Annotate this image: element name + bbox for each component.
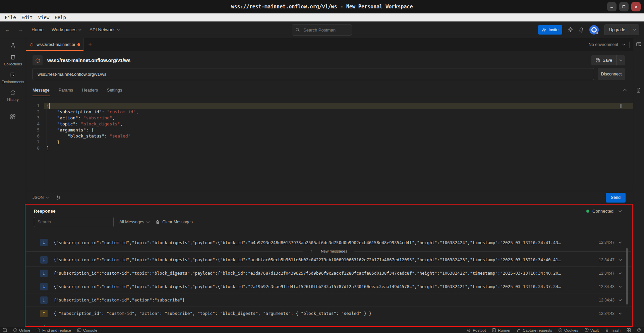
upgrade-button[interactable]: Upgrade <box>604 24 639 35</box>
message-row[interactable]: ↓{"subscription_id":"custom-id","topic":… <box>25 280 632 293</box>
close-button[interactable] <box>631 2 641 11</box>
sidebar-item-label: Collections <box>4 62 22 66</box>
statusbar-cookies[interactable]: Cookies <box>558 328 578 332</box>
tab-headers[interactable]: Headers <box>82 84 98 96</box>
arrow-down-icon: ↓ <box>40 239 48 246</box>
sidebar-item-environments[interactable]: Environments <box>2 72 24 84</box>
global-search[interactable] <box>292 24 352 36</box>
code-line[interactable]: 2 "subscription_id": "custom-id", <box>26 109 633 115</box>
code-line[interactable]: 6 "block_status": "sealed" <box>26 133 633 139</box>
collapse-editor-button[interactable] <box>623 84 627 96</box>
menu-edit[interactable]: Edit <box>19 15 36 20</box>
save-button[interactable]: Save <box>591 55 625 65</box>
chevron-down-icon[interactable] <box>619 210 622 212</box>
sidebar-item-account[interactable] <box>10 42 16 48</box>
documentation-button[interactable] <box>636 88 641 93</box>
statusbar-trash[interactable]: Trash <box>605 328 621 332</box>
code-line[interactable]: 7 } <box>26 139 633 145</box>
code-line[interactable]: 8} <box>26 145 633 151</box>
clear-messages-button[interactable]: Clear Messages <box>155 220 192 224</box>
account-avatar[interactable] <box>589 25 599 35</box>
message-row[interactable]: ✓ <box>25 320 632 326</box>
tab-message[interactable]: Message <box>33 84 50 96</box>
history-icon <box>10 90 16 96</box>
statusbar-label: Online <box>19 328 30 332</box>
statusbar-console[interactable]: Console <box>77 328 97 332</box>
statusbar-online[interactable]: Online <box>13 328 30 332</box>
send-button[interactable]: Send <box>606 193 626 203</box>
message-editor[interactable]: 1{2 "subscription_id": "custom-id",3 "ac… <box>26 96 633 191</box>
sidebar-toggle-button[interactable] <box>3 328 7 332</box>
message-row[interactable]: ↓{"subscription_id":"custom-id","topic":… <box>25 253 632 267</box>
code-line[interactable]: 4 "topic": "block_digests", <box>26 121 633 127</box>
message-list: ↓{"subscription_id":"custom-id","topic":… <box>25 236 632 326</box>
workspace-body: Collections Environments History wss://r <box>0 38 644 327</box>
statusbar-vault[interactable]: Vault <box>584 328 599 332</box>
sidebar-item-more-modules[interactable] <box>10 114 16 120</box>
message-row[interactable]: ↓{"subscription_id":"custom-id","topic":… <box>25 267 632 280</box>
code-line[interactable]: 5 "arguments": { <box>26 127 633 133</box>
message-filter-dropdown[interactable]: All Messages <box>119 220 150 224</box>
new-tab-button[interactable]: + <box>88 42 92 48</box>
avatar-logo <box>591 27 597 33</box>
disconnect-button[interactable]: Disconnect <box>598 68 625 80</box>
statusbar-postbot[interactable]: Postbot <box>467 328 486 332</box>
environment-value[interactable]: No environment <box>589 42 618 47</box>
beautify-button[interactable] <box>56 195 61 200</box>
panes-button[interactable] <box>627 328 631 332</box>
open-request-tab[interactable]: wss://rest-mainnet.onflo <box>26 38 84 51</box>
menubar: FileEditViewHelp <box>0 13 644 21</box>
nav-workspaces[interactable]: Workspaces <box>52 27 81 32</box>
environment-quick-look-button[interactable] <box>636 42 642 47</box>
chevron-down-icon[interactable] <box>619 313 622 315</box>
settings-gear-button[interactable] <box>568 27 573 33</box>
upgrade-dropdown[interactable] <box>630 25 639 35</box>
statusbar-find-and-replace[interactable]: Find and replace <box>36 328 71 332</box>
maximize-button[interactable] <box>619 2 629 11</box>
chevron-down-icon[interactable] <box>619 241 622 243</box>
nav-home[interactable]: Home <box>32 27 44 32</box>
statusbar-left: OnlineFind and replaceConsole <box>3 328 97 332</box>
sidebar-item-collections[interactable]: Collections <box>4 54 22 66</box>
save-main[interactable]: Save <box>591 55 617 65</box>
notifications-button[interactable] <box>579 27 584 33</box>
sidebar-item-history[interactable]: History <box>7 90 18 102</box>
editor-scrollbar[interactable] <box>620 104 622 108</box>
forward-icon[interactable]: → <box>18 27 23 33</box>
chevron-down-icon[interactable] <box>619 272 622 274</box>
new-messages-divider[interactable]: ↑New messages <box>25 249 632 253</box>
nav-api-network[interactable]: API Network <box>90 27 120 32</box>
menu-view[interactable]: View <box>35 15 52 20</box>
help-button[interactable] <box>637 328 641 332</box>
tab-params[interactable]: Params <box>59 84 73 96</box>
response-scrollbar[interactable] <box>626 248 628 304</box>
connection-status[interactable]: Connected <box>586 209 622 214</box>
env-quick-look-icon <box>636 42 642 47</box>
message-type-select[interactable]: JSON <box>33 195 49 200</box>
invite-button[interactable]: Invite <box>538 25 562 35</box>
upgrade-label[interactable]: Upgrade <box>604 25 630 35</box>
code-line[interactable]: 3 "action": "subscribe", <box>26 115 633 121</box>
chevron-down-icon[interactable] <box>622 44 625 46</box>
tab-settings[interactable]: Settings <box>107 84 122 96</box>
websocket-url-input[interactable] <box>33 68 594 80</box>
chevron-down-icon[interactable] <box>619 286 622 288</box>
menu-help[interactable]: Help <box>52 15 69 20</box>
statusbar-capture-requests[interactable]: Capture requests <box>517 328 552 332</box>
menu-file[interactable]: File <box>2 15 19 20</box>
minimize-button[interactable] <box>607 2 617 11</box>
code-line[interactable]: 1{ <box>26 103 633 109</box>
chevron-down-icon[interactable] <box>619 259 622 261</box>
back-icon[interactable]: ← <box>5 27 10 33</box>
message-row[interactable]: ↑{ "subscription_id": "custom-id", "acti… <box>25 307 632 320</box>
message-text: {"subscription_id":"custom-id","topic":"… <box>54 284 593 289</box>
statusbar-runner[interactable]: Runner <box>492 328 511 332</box>
panes-icon <box>627 328 631 332</box>
chevron-down-icon[interactable] <box>619 299 622 301</box>
message-row[interactable]: ↓{"subscription_id":"custom-id","topic":… <box>25 236 632 249</box>
modules-icon <box>10 114 16 120</box>
save-dropdown[interactable] <box>616 55 625 65</box>
global-search-input[interactable] <box>303 27 348 33</box>
response-search-input[interactable] <box>34 217 114 227</box>
message-row[interactable]: ↓{"subscription_id":"custom-id","action"… <box>25 293 632 307</box>
